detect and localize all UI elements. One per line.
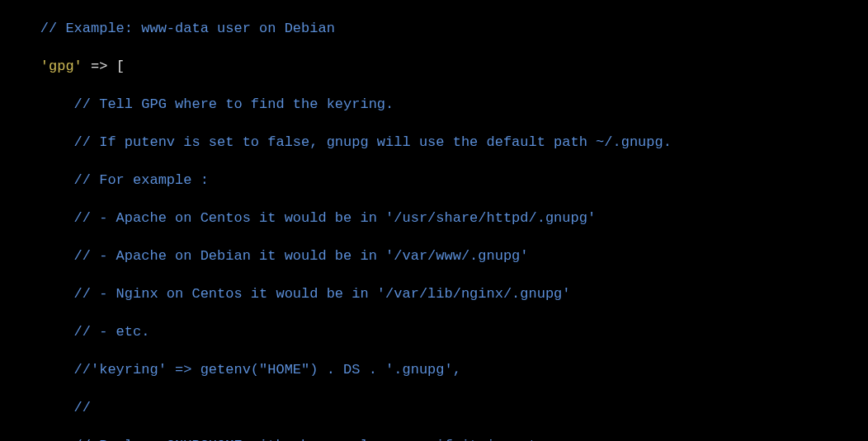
comment-text: // (7, 400, 91, 415)
comment-text: // Tell GPG where to find the keyring. (7, 96, 394, 112)
arrow-bracket: => [ (83, 59, 125, 74)
code-editor[interactable]: // Example: www-data user on Debian 'gpg… (0, 0, 868, 441)
comment-text: // - etc. (7, 324, 149, 340)
comment-text: // For example : (7, 172, 209, 188)
code-line: // - Apache on Centos it would be in '/u… (7, 209, 861, 228)
code-line: //'keyring' => getenv("HOME") . DS . '.g… (7, 360, 861, 379)
comment-text: // Example: www-data user on Debian (7, 21, 335, 36)
code-line: // Tell GPG where to find the keyring. (7, 95, 861, 114)
code-line: // (7, 398, 861, 417)
comment-text: // If putenv is set to false, gnupg will… (7, 134, 672, 150)
string-key: 'gpg' (40, 59, 83, 74)
code-line: // If putenv is set to false, gnupg will… (7, 133, 861, 152)
comment-text: // - Nginx on Centos it would be in '/va… (7, 286, 571, 302)
code-line: // Replace GNUPGHOME with above value ev… (7, 436, 861, 441)
code-line: 'gpg' => [ (7, 57, 861, 76)
comment-text: // - Apache on Debian it would be in '/v… (7, 248, 529, 264)
indent (7, 59, 40, 74)
code-line: // - Nginx on Centos it would be in '/va… (7, 284, 861, 303)
comment-text: // Replace GNUPGHOME with above value ev… (7, 438, 545, 441)
code-line: // For example : (7, 171, 861, 190)
code-line: // - Apache on Debian it would be in '/v… (7, 246, 861, 265)
code-line: // - etc. (7, 322, 861, 341)
code-line: // Example: www-data user on Debian (7, 19, 861, 38)
comment-text: //'keyring' => getenv("HOME") . DS . '.g… (7, 362, 461, 378)
comment-text: // - Apache on Centos it would be in '/u… (7, 210, 596, 226)
